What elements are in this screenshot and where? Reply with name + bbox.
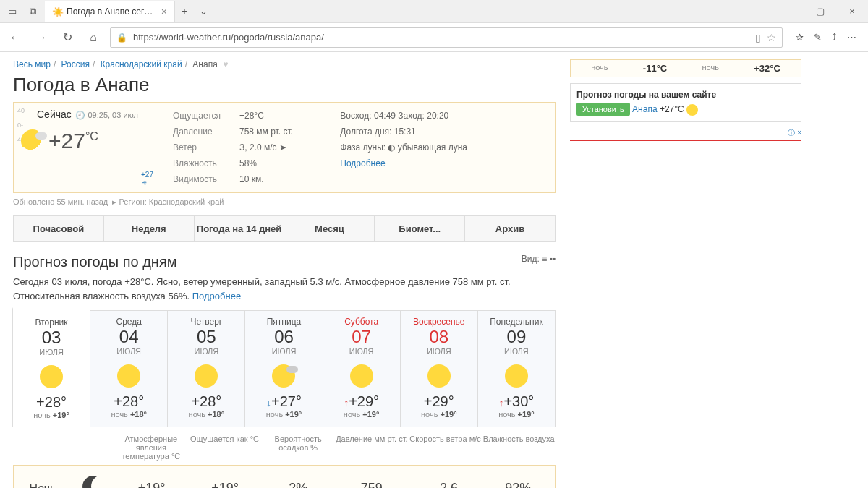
url-bar[interactable]: 🔒 https://world-weather.ru/pogoda/russia…: [110, 27, 783, 48]
day-card[interactable]: Понедельник 09 июля ↑+30° ночь +19°: [477, 310, 556, 427]
side-records: ночь -11°C ночь +32°C: [570, 59, 801, 77]
tab-menu-button[interactable]: ⌄: [194, 2, 213, 21]
mini-sun-icon: [686, 104, 698, 116]
weekday: Пятница: [248, 317, 319, 327]
close-window-button[interactable]: ×: [836, 0, 868, 23]
tab-hourly[interactable]: Почасовой: [14, 216, 104, 241]
close-tab-icon[interactable]: ×: [161, 6, 167, 17]
temp-high: +29°: [404, 393, 475, 410]
temp-low: ночь +19°: [481, 410, 552, 419]
date-num: 06: [248, 327, 319, 347]
temp-high: +28°: [171, 393, 242, 410]
install-button[interactable]: Установить: [576, 103, 630, 116]
weekday: Суббота: [326, 317, 397, 327]
weather-icon: [272, 364, 295, 388]
widget-city[interactable]: Анапа: [632, 104, 657, 114]
detail-headers: Атмосферные явления температура °C Ощуща…: [13, 427, 556, 465]
more-link[interactable]: Подробнее: [340, 158, 385, 168]
view-toggle[interactable]: Вид: ≡ ▪▪: [522, 254, 556, 264]
days-row: Вторник 03 июля +28° ночь +19° Среда 04 …: [13, 310, 556, 427]
current-weather-box: 40-0-40-🌡 Сейчас 🕘 09:25, 03 июл +27°C +…: [13, 102, 556, 193]
day-card[interactable]: Четверг 05 июля +28° ночь +18°: [167, 310, 245, 427]
weather-icon: [505, 364, 528, 388]
forward-button[interactable]: →: [32, 28, 51, 47]
day-card[interactable]: Воскресенье 08 июля +29° ночь +19°: [400, 310, 478, 427]
detail-row-night: Ночь +19° +19° 2% 759 ▴ 2.6 92%: [13, 465, 556, 488]
date-num: 03: [16, 328, 87, 348]
new-tab-button[interactable]: +: [175, 2, 194, 21]
adchoices-icon[interactable]: ⓘ ×: [570, 128, 801, 138]
now-time: 🕘 09:25, 03 июл: [75, 111, 138, 119]
weather-icon: [350, 364, 373, 388]
breadcrumb: Весь мир/ Россия/ Краснодарский край/ Ан…: [13, 59, 556, 69]
month: июля: [481, 347, 552, 356]
month: июля: [248, 347, 319, 356]
temp-low: ночь +18°: [93, 410, 164, 419]
tab-archive[interactable]: Архив: [465, 216, 555, 241]
notes-button[interactable]: ✎: [814, 32, 822, 43]
weather-icon: [40, 365, 63, 388]
tab-aside-button[interactable]: ⧉: [23, 2, 42, 21]
month: июля: [93, 347, 164, 356]
titlebar: ▭ ⧉ ☀️ Погода в Анапе сегодн × + ⌄ — ▢ ×: [0, 0, 868, 23]
date-num: 07: [326, 327, 397, 347]
temp-low: ночь +19°: [404, 410, 475, 419]
moon-icon: [82, 476, 104, 488]
tab-month[interactable]: Месяц: [284, 216, 375, 241]
browser-toolbar: ← → ↻ ⌂ 🔒 https://world-weather.ru/pogod…: [0, 23, 868, 52]
menu-button[interactable]: ⋯: [847, 32, 856, 43]
weekday: Среда: [93, 317, 164, 327]
day-card[interactable]: Пятница 06 июля ↓+27° ночь +19°: [244, 310, 323, 427]
url-text: https://world-weather.ru/pogoda/russia/a…: [133, 32, 749, 43]
share-button[interactable]: ⤴: [832, 32, 837, 43]
weekday: Воскресенье: [404, 317, 475, 327]
reading-view-icon[interactable]: ▯: [755, 32, 761, 43]
forecast-tabs: Почасовой Неделя Погода на 14 дней Месяц…: [13, 215, 556, 242]
weather-icon: [117, 364, 140, 388]
browser-tab[interactable]: ☀️ Погода в Анапе сегодн ×: [45, 1, 175, 22]
temp-high: ↑+29°: [326, 393, 397, 410]
home-button[interactable]: ⌂: [84, 28, 103, 47]
tab-title: Погода в Анапе сегодн: [67, 7, 157, 17]
crumb-region[interactable]: Краснодарский край: [101, 59, 182, 69]
temp-low: ночь +19°: [248, 410, 319, 419]
favorites-button[interactable]: ✰: [796, 32, 804, 43]
now-temp: +27°C: [48, 129, 98, 153]
maximize-button[interactable]: ▢: [804, 0, 836, 23]
crumb-country[interactable]: Россия: [61, 59, 90, 69]
date-num: 04: [93, 327, 164, 347]
updated-text: Обновлено 55 мин. назад ▸ Регион: Красно…: [13, 197, 556, 207]
weather-icon: [195, 364, 218, 388]
crumb-world[interactable]: Весь мир: [13, 59, 51, 69]
summary-text: Сегодня 03 июля, погода +28°C. Ясно, вет…: [13, 275, 556, 303]
date-num: 09: [481, 327, 552, 347]
now-label: Сейчас: [37, 108, 72, 120]
date-num: 05: [171, 327, 242, 347]
day-card[interactable]: Вторник 03 июля +28° ночь +19°: [12, 307, 90, 427]
refresh-button[interactable]: ↻: [58, 28, 77, 47]
lock-icon: 🔒: [116, 33, 127, 43]
ad-divider: [570, 140, 801, 141]
favorite-icon[interactable]: ☆: [767, 32, 776, 43]
heart-icon[interactable]: ♥: [223, 59, 228, 69]
weekday: Понедельник: [481, 317, 552, 327]
tab-14days[interactable]: Погода на 14 дней: [195, 216, 285, 241]
day-card[interactable]: Суббота 07 июля ↑+29° ночь +19°: [323, 310, 401, 427]
back-button[interactable]: ←: [6, 28, 25, 47]
tab-preview-button[interactable]: ▭: [3, 2, 22, 21]
temp-high: +28°: [16, 394, 87, 411]
water-temp: +27≋: [141, 171, 153, 187]
temp-high: +28°: [93, 393, 164, 410]
temp-low: ночь +19°: [326, 410, 397, 419]
page-title: Погода в Анапе: [13, 74, 556, 96]
sun-cloud-icon: [21, 129, 44, 153]
tab-biomet[interactable]: Биомет...: [375, 216, 465, 241]
weather-icon: [427, 364, 451, 388]
weekday: Вторник: [16, 317, 87, 328]
summary-more-link[interactable]: Подробнее: [192, 291, 241, 301]
date-num: 08: [404, 327, 475, 347]
day-card[interactable]: Среда 04 июля +28° ночь +18°: [90, 310, 168, 427]
minimize-button[interactable]: —: [773, 0, 804, 23]
tab-week[interactable]: Неделя: [104, 216, 195, 241]
temp-low: ночь +18°: [171, 410, 242, 419]
